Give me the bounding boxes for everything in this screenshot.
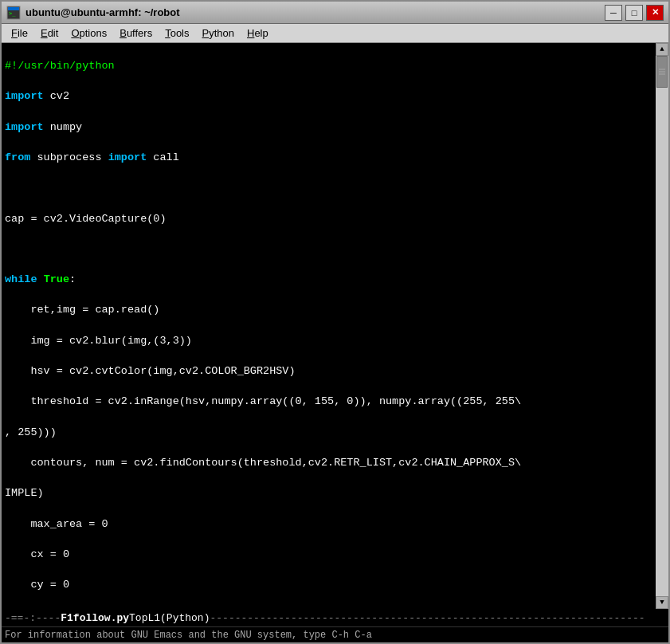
status-dashes: ----------------------------------------… — [210, 612, 645, 624]
status-top: Top — [129, 612, 147, 624]
content-area: #!/usr/bin/python import cv2 import nump… — [2, 43, 668, 609]
line-17: cx = 0 — [2, 547, 656, 562]
line-14: contours, num = cv2.findContours(thresho… — [2, 455, 656, 470]
scroll-down-button[interactable]: ▼ — [656, 596, 668, 609]
line-10: img = cv2.blur(img,(3,3)) — [2, 333, 656, 348]
menu-tools[interactable]: Tools — [159, 26, 195, 41]
line-16: max_area = 0 — [2, 516, 656, 532]
status-mode: F1 — [61, 612, 73, 624]
scroll-grip — [659, 69, 665, 75]
status-line: L1 — [147, 612, 160, 624]
svg-text:>_: >_ — [9, 10, 16, 17]
menu-bar: File Edit Options Buffers Tools Python H… — [2, 24, 668, 43]
line-5 — [2, 180, 656, 195]
line-8: while True: — [2, 272, 656, 287]
title-bar: >_ ubuntu@ubuntu-armhf: ~/robot ─ □ ✕ — [2, 2, 668, 24]
main-window: >_ ubuntu@ubuntu-armhf: ~/robot ─ □ ✕ Fi… — [0, 0, 670, 644]
line-11: hsv = cv2.cvtColor(img,cv2.COLOR_BGR2HSV… — [2, 363, 656, 379]
code-content: #!/usr/bin/python import cv2 import nump… — [2, 43, 656, 609]
scroll-up-button[interactable]: ▲ — [656, 43, 668, 56]
status-left: -==-:---- — [5, 612, 61, 624]
menu-file[interactable]: File — [5, 26, 34, 41]
status-bar: -==-:----F1 follow.py Top L1 (Python)---… — [2, 609, 668, 626]
line-6: cap = cv2.VideoCapture(0) — [2, 211, 656, 226]
line-9: ret,img = cap.read() — [2, 302, 656, 317]
status-filename: follow.py — [73, 612, 129, 624]
line-12: threshold = cv2.inRange(hsv,numpy.array(… — [2, 394, 656, 409]
line-13: , 255))) — [2, 425, 656, 440]
window-title: ubuntu@ubuntu-armhf: ~/robot — [25, 6, 605, 18]
code-editor[interactable]: #!/usr/bin/python import cv2 import nump… — [2, 43, 656, 609]
line-2: import cv2 — [2, 88, 656, 104]
scroll-track[interactable] — [656, 56, 668, 596]
scroll-thumb[interactable] — [656, 56, 668, 88]
info-text: For information about GNU Emacs and the … — [5, 630, 372, 641]
info-bar: For information about GNU Emacs and the … — [2, 626, 668, 642]
menu-python[interactable]: Python — [196, 26, 241, 41]
menu-options[interactable]: Options — [65, 26, 113, 41]
line-4: from subprocess import call — [2, 150, 656, 165]
menu-edit[interactable]: Edit — [34, 26, 65, 41]
line-18: cy = 0 — [2, 577, 656, 592]
terminal-icon: >_ — [6, 6, 21, 20]
menu-help[interactable]: Help — [241, 26, 275, 41]
maximize-button[interactable]: □ — [625, 5, 643, 21]
line-1: #!/usr/bin/python — [2, 58, 656, 73]
line-3: import numpy — [2, 120, 656, 135]
vertical-scrollbar[interactable]: ▲ ▼ — [656, 43, 668, 609]
window-controls: ─ □ ✕ — [605, 5, 664, 21]
close-button[interactable]: ✕ — [646, 5, 664, 21]
minimize-button[interactable]: ─ — [605, 5, 622, 21]
status-filetype: (Python) — [160, 612, 210, 624]
menu-buffers[interactable]: Buffers — [113, 26, 159, 41]
line-15: IMPLE) — [2, 485, 656, 501]
line-19: for cnt in contours: — [2, 607, 656, 609]
line-7 — [2, 242, 656, 257]
